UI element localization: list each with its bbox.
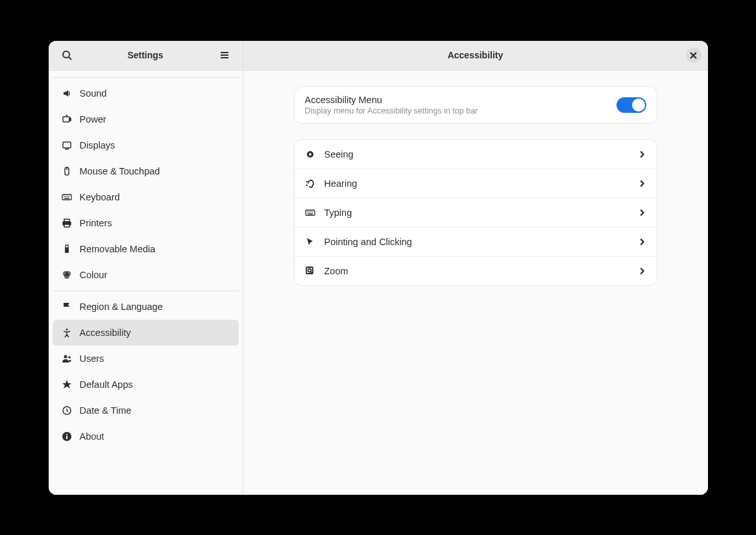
sidebar-item-power[interactable]: Power	[53, 106, 239, 132]
svg-rect-36	[306, 210, 315, 215]
sidebar-item-label: Users	[80, 353, 104, 364]
svg-rect-5	[63, 117, 69, 122]
flag-icon	[62, 302, 72, 312]
svg-rect-14	[67, 196, 68, 197]
toggle-subtitle: Display menu for Accessibility settings …	[305, 106, 606, 115]
hamburger-icon	[219, 50, 230, 60]
row-label: Seeing	[324, 149, 628, 160]
svg-point-27	[68, 356, 71, 359]
svg-rect-7	[63, 142, 71, 148]
accessibility-icon	[62, 327, 72, 338]
usb-icon	[62, 244, 72, 254]
mouse-icon	[62, 166, 72, 176]
cursor-icon	[305, 237, 315, 247]
svg-line-44	[311, 272, 312, 273]
sidebar-item-label: Removable Media	[80, 244, 156, 254]
content-title: Accessibility	[251, 50, 700, 60]
accessibility-menu-toggle-row: Accessibility Menu Display menu for Acce…	[294, 86, 657, 124]
svg-rect-41	[308, 213, 313, 215]
sidebar-item-datetime[interactable]: Date & Time	[53, 398, 239, 423]
svg-point-43	[308, 268, 311, 272]
svg-rect-6	[69, 118, 71, 121]
search-button[interactable]	[56, 45, 77, 65]
info-icon	[62, 431, 72, 442]
sidebar-item-label: Displays	[80, 140, 116, 150]
eye-icon	[305, 149, 315, 160]
chevron-right-icon	[637, 267, 646, 276]
svg-rect-18	[64, 219, 69, 222]
close-icon	[690, 52, 697, 59]
sidebar-item-label: Mouse & Touchpad	[80, 166, 160, 176]
accessibility-row-seeing[interactable]: Seeing	[295, 140, 657, 169]
sidebar-item-label: Printers	[80, 218, 112, 228]
content-body: Accessibility Menu Display menu for Acce…	[243, 71, 708, 495]
sidebar-item-label: Accessibility	[80, 327, 131, 338]
settings-window: Settings SoundPowerDisplaysMouse & Touch…	[49, 41, 708, 495]
power-icon	[62, 114, 72, 125]
chevron-right-icon	[637, 179, 646, 188]
sidebar-divider	[53, 291, 239, 291]
chevron-right-icon	[637, 237, 646, 246]
printers-icon	[62, 218, 72, 228]
zoom-icon	[305, 266, 315, 276]
sidebar-divider	[53, 77, 239, 78]
sidebar-item-label: About	[80, 431, 104, 442]
svg-point-30	[66, 434, 67, 435]
accessibility-row-pointing[interactable]: Pointing and Clicking	[295, 228, 657, 257]
close-button[interactable]	[686, 47, 701, 63]
sidebar-item-region[interactable]: Region & Language	[53, 294, 239, 320]
svg-rect-38	[308, 211, 310, 213]
row-label: Pointing and Clicking	[324, 237, 628, 247]
svg-point-0	[63, 51, 69, 58]
svg-rect-13	[65, 196, 66, 197]
toggle-title: Accessibility Menu	[305, 95, 606, 105]
content-header: Accessibility	[243, 41, 708, 71]
sidebar-item-label: Region & Language	[80, 302, 163, 312]
sidebar-item-displays[interactable]: Displays	[53, 132, 239, 158]
sidebar-item-accessibility[interactable]: Accessibility	[53, 320, 239, 346]
users-icon	[62, 353, 72, 364]
svg-line-1	[69, 57, 71, 60]
sidebar-item-about[interactable]: About	[53, 423, 239, 449]
sidebar-item-printers[interactable]: Printers	[53, 210, 239, 236]
sidebar-item-label: Sound	[80, 88, 107, 99]
svg-rect-11	[62, 195, 71, 200]
sidebar-item-sound[interactable]: Sound	[53, 80, 239, 106]
sidebar-item-keyboard[interactable]: Keyboard	[53, 184, 239, 210]
sidebar-list: SoundPowerDisplaysMouse & TouchpadKeyboa…	[49, 71, 243, 495]
sidebar-item-defaultapps[interactable]: Default Apps	[53, 372, 239, 398]
sidebar-item-label: Date & Time	[80, 405, 132, 416]
svg-rect-40	[311, 211, 313, 213]
chevron-right-icon	[637, 208, 646, 217]
sound-icon	[62, 88, 72, 99]
hamburger-button[interactable]	[214, 45, 235, 65]
svg-point-26	[64, 355, 67, 358]
sidebar-item-mouse[interactable]: Mouse & Touchpad	[53, 158, 239, 184]
sidebar-item-users[interactable]: Users	[53, 346, 239, 372]
sidebar-item-removable[interactable]: Removable Media	[53, 236, 239, 262]
svg-rect-37	[307, 211, 308, 213]
accessibility-row-typing[interactable]: Typing	[295, 198, 657, 228]
sidebar-item-label: Keyboard	[80, 192, 120, 202]
sidebar-title: Settings	[77, 50, 214, 60]
accessibility-menu-switch[interactable]	[616, 97, 646, 113]
star-icon	[62, 379, 72, 390]
svg-rect-39	[310, 211, 311, 213]
svg-rect-15	[68, 196, 69, 197]
sidebar: Settings SoundPowerDisplaysMouse & Touch…	[49, 41, 243, 495]
svg-point-24	[64, 274, 69, 279]
sidebar-item-colour[interactable]: Colour	[53, 262, 239, 288]
search-icon	[62, 50, 72, 60]
clock-icon	[62, 405, 72, 416]
svg-point-25	[66, 328, 67, 330]
toggle-text-group: Accessibility Menu Display menu for Acce…	[305, 95, 606, 115]
accessibility-categories-list: SeeingHearingTypingPointing and Clicking…	[294, 139, 657, 286]
svg-rect-31	[66, 436, 67, 439]
keyboard-icon	[305, 208, 315, 218]
sidebar-header: Settings	[49, 41, 243, 71]
accessibility-row-hearing[interactable]: Hearing	[295, 169, 657, 198]
svg-rect-20	[66, 245, 68, 248]
colour-icon	[62, 270, 72, 280]
accessibility-row-zoom[interactable]: Zoom	[295, 257, 657, 285]
switch-knob	[632, 99, 645, 112]
